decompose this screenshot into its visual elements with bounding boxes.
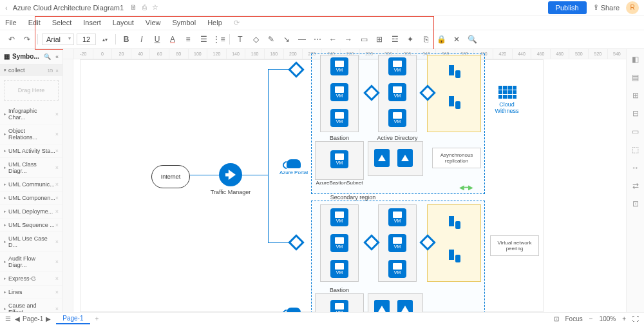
azure-portal-icon[interactable] <box>287 308 301 312</box>
lib-item[interactable]: ▸Cause and Effect...× <box>0 299 62 312</box>
lib-item[interactable]: ▸UML Class Diagr...× <box>0 158 62 178</box>
collect-label[interactable]: collect <box>8 67 25 74</box>
vnet-peering-note[interactable]: Virtual network peering <box>490 235 539 256</box>
vm-icon[interactable]: VM <box>330 109 348 127</box>
size-select[interactable]: 12 <box>77 34 96 45</box>
lib-item[interactable]: ▸Object Relations...× <box>0 124 62 144</box>
lock-icon[interactable]: 🔒 <box>435 33 448 46</box>
menu-select[interactable]: Select <box>52 19 72 26</box>
help-icon[interactable]: ⟳ <box>234 19 240 27</box>
canvas[interactable]: Internet Traffic Manager <box>73 59 626 312</box>
zoom-level[interactable]: 100% <box>600 315 616 322</box>
ad-server-icon[interactable] <box>374 149 390 167</box>
layers-icon[interactable]: ▤ <box>630 72 641 83</box>
star-icon[interactable]: ☆ <box>152 3 158 12</box>
fit-icon[interactable]: ⊡ <box>554 315 559 322</box>
vm-icon[interactable]: VM <box>330 260 348 278</box>
dash-icon[interactable]: ⋯ <box>311 33 324 46</box>
undo-icon[interactable]: ↶ <box>5 33 18 46</box>
focus-label[interactable]: Focus <box>565 315 583 322</box>
vm-icon[interactable]: VM <box>388 57 406 75</box>
connector-icon[interactable]: ↘ <box>280 33 293 46</box>
lib-item[interactable]: ▸UML Componen...× <box>0 192 62 205</box>
vm-icon[interactable]: VM <box>388 83 406 101</box>
vm-icon[interactable]: VM <box>388 260 406 278</box>
fullscreen-icon[interactable]: ⛶ <box>632 315 639 322</box>
shape-icon[interactable]: ▭ <box>357 33 370 46</box>
magic-icon[interactable]: ✦ <box>404 33 417 46</box>
menu-file[interactable]: File <box>5 19 17 26</box>
arrow-start-icon[interactable]: ← <box>327 33 339 46</box>
zoom-in-icon[interactable]: + <box>622 315 626 322</box>
arrow-end-icon[interactable]: → <box>342 33 355 46</box>
vm-icon[interactable]: VM <box>330 83 348 101</box>
layer-icon[interactable]: ☲ <box>388 33 401 46</box>
group-icon[interactable]: ⊞ <box>373 33 386 46</box>
pen-icon[interactable]: ✎ <box>265 33 278 46</box>
size-panel-icon[interactable]: ⊡ <box>630 199 641 209</box>
grid-icon[interactable]: ⊟ <box>630 108 641 119</box>
list-icon[interactable]: ⋮≡ <box>213 33 225 46</box>
load-balancer-icon[interactable] <box>288 234 304 250</box>
theme-icon[interactable]: ◧ <box>630 54 641 64</box>
font-color-icon[interactable]: A <box>166 33 179 46</box>
vm-icon[interactable]: VM <box>388 208 406 226</box>
publish-button[interactable]: Publish <box>548 1 587 14</box>
text-icon[interactable]: T <box>234 33 247 46</box>
properties-icon[interactable]: ⊞ <box>630 90 641 101</box>
lib-item[interactable]: ▸UML Communic...× <box>0 178 62 192</box>
page-area[interactable]: Internet Traffic Manager <box>80 59 544 312</box>
symbols-search-icon[interactable]: 🔍 <box>44 54 51 60</box>
print-icon[interactable]: ⎙ <box>142 3 147 12</box>
drag-here[interactable]: Drag Here <box>4 80 59 101</box>
line-style-icon[interactable]: — <box>296 33 308 46</box>
vm-icon[interactable]: VM <box>330 234 348 252</box>
cloud-witness-icon[interactable] <box>498 86 516 99</box>
page-nav-prev[interactable]: ◀ <box>15 315 20 322</box>
menu-view[interactable]: View <box>146 19 161 26</box>
server-icon[interactable] <box>445 63 463 81</box>
effects-icon[interactable]: ⬚ <box>630 144 641 155</box>
vm-icon[interactable]: VM <box>330 150 348 168</box>
vm-icon[interactable]: VM <box>388 109 406 127</box>
lib-item[interactable]: ▸Infographic Char...× <box>0 104 62 124</box>
tools-icon[interactable]: ✕ <box>450 33 463 46</box>
lib-item[interactable]: ▸UML Activity Sta...× <box>0 144 62 158</box>
outline-icon[interactable]: ▭ <box>630 126 641 137</box>
search-icon[interactable]: 🔍 <box>466 33 478 46</box>
internet-cloud[interactable]: Internet <box>151 165 190 188</box>
avatar[interactable]: R <box>626 1 639 14</box>
distribute-icon[interactable]: ⇄ <box>630 181 641 191</box>
menu-edit[interactable]: Edit <box>28 19 41 26</box>
vm-icon[interactable]: VM <box>330 208 348 226</box>
lib-item[interactable]: ▸Audit Flow Diagr...× <box>0 252 62 272</box>
menu-insert[interactable]: Insert <box>83 19 101 26</box>
redo-icon[interactable]: ↷ <box>21 33 33 46</box>
zoom-out-icon[interactable]: − <box>589 315 593 322</box>
traffic-manager-icon[interactable] <box>219 163 242 186</box>
vm-icon[interactable]: VM <box>388 234 406 252</box>
server-icon[interactable] <box>445 94 463 112</box>
vm-icon[interactable]: VM <box>330 57 348 75</box>
share-button[interactable]: ⇪Share <box>593 3 620 12</box>
back-arrow[interactable]: ‹ <box>5 4 8 12</box>
align-panel-icon[interactable]: ↔ <box>630 162 641 173</box>
add-page-icon[interactable]: + <box>95 315 99 322</box>
lib-item[interactable]: ▸UML Deployme...× <box>0 205 62 219</box>
ad-server-icon[interactable] <box>397 149 413 167</box>
italic-icon[interactable]: I <box>135 33 148 46</box>
lib-item[interactable]: ▸UML Sequence ...× <box>0 219 62 232</box>
menu-help[interactable]: Help <box>207 19 222 26</box>
page-nav-next[interactable]: ▶ <box>46 315 51 322</box>
server-icon[interactable] <box>445 247 463 265</box>
lib-item[interactable]: ▸Lines× <box>0 286 62 299</box>
symbols-collapse-icon[interactable]: « <box>55 54 59 60</box>
underline-icon[interactable]: U <box>151 33 164 46</box>
lib-item[interactable]: ▸Express-G× <box>0 272 62 286</box>
align-icon[interactable]: ≡ <box>182 33 194 46</box>
bold-icon[interactable]: B <box>120 33 133 46</box>
ad-server-icon[interactable] <box>374 300 390 312</box>
menu-layout[interactable]: Layout <box>113 19 134 26</box>
ad-server-icon[interactable] <box>397 300 413 312</box>
font-select[interactable]: Arial <box>42 34 74 45</box>
